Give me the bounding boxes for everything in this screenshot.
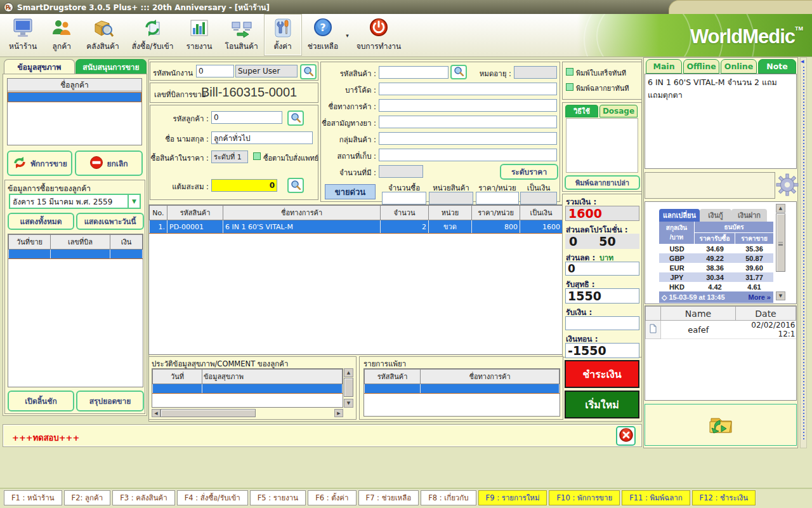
tab-main[interactable]: Main [646, 59, 682, 74]
pay-button[interactable]: ชำระเงิน [565, 360, 639, 388]
comment-selected-row[interactable] [153, 384, 343, 394]
sales-summary-button[interactable]: สรุปยอดขาย [76, 391, 144, 411]
print-drug-label-checkbox[interactable] [566, 83, 573, 91]
customer-list-selected-row[interactable] [8, 92, 141, 102]
toolbar-button-transfer[interactable]: โอนสินค้า [219, 15, 265, 55]
cancel-sale-button[interactable]: ยกเลิก [75, 150, 143, 176]
items-col-header[interactable]: จำนวน [381, 206, 429, 220]
prescription-checkbox[interactable] [253, 152, 261, 160]
fkey-f4[interactable]: F4 : สั่งซื้อ/รับเข้า [177, 490, 248, 505]
tab-note[interactable]: Note [758, 59, 796, 74]
allergy-table[interactable]: รหัสสินค้า ชื่อทางการค้า [363, 368, 560, 417]
toolbar-button-settings[interactable]: ตั้งค่า [265, 15, 301, 55]
points-search-button[interactable] [287, 178, 304, 193]
toolbar-button-help[interactable]: ? ช่วยเหลือ [301, 15, 345, 55]
employee-search-button[interactable] [300, 64, 317, 79]
history-selected-row[interactable] [9, 250, 143, 259]
tab-deposit[interactable]: เงินฝาก [731, 209, 767, 222]
items-col-header[interactable]: No. [150, 206, 167, 220]
fkey-f7[interactable]: F7 : ช่วยเหลือ [358, 490, 419, 505]
files-col-header[interactable]: Name [661, 307, 736, 321]
fkey-f8[interactable]: F8 : เกี่ยวกับ [421, 490, 476, 505]
note-text-area[interactable]: 6 IN 1 60'S VITAL-M จำนวน 2 แถม แถมตุกตา [645, 74, 797, 169]
items-col-header[interactable]: ราคา/หน่วย [472, 206, 520, 220]
tab-online[interactable]: Online [721, 59, 757, 74]
comment-hscroll-thumb[interactable] [160, 409, 256, 417]
panel-splitter[interactable]: ◀ [800, 57, 807, 448]
hold-sale-button[interactable]: พักการขาย [7, 150, 72, 176]
allergy-col-header[interactable]: ชื่อทางการค้า [421, 370, 560, 384]
qty-input[interactable] [382, 192, 426, 204]
toolbar-button-inventory[interactable]: คลังสินค้า [80, 15, 126, 55]
tab-sales-support[interactable]: สนับสนุนการขาย [75, 59, 147, 74]
fkey-f2[interactable]: F2: ลูกค้า [64, 490, 111, 505]
allergy-selected-row[interactable] [365, 384, 560, 394]
fkey-f3[interactable]: F3 : คลังสินค้า [112, 490, 175, 505]
close-status-button[interactable] [616, 426, 636, 446]
show-all-button[interactable]: แสดงทั้งหมด [8, 213, 74, 230]
customer-name-input[interactable]: ลูกค้าทั่วไป [211, 131, 313, 144]
open-drawer-button[interactable]: เปิดลิ้นชัก [8, 391, 74, 411]
tab-health-info[interactable]: ข้อมูลสุขภาพ [4, 59, 75, 74]
items-col-header[interactable]: หน่วย [429, 206, 472, 220]
file-row[interactable]: eafef 02/02/2016 12:1 [646, 321, 796, 339]
unit-price-input[interactable] [476, 192, 519, 204]
restart-button[interactable]: เริ่มใหม่ [565, 391, 639, 418]
fkey-f12[interactable]: F12 : ชำระเงิน [692, 490, 756, 505]
show-today-button[interactable]: แสดงเฉพาะวันนี้ [76, 213, 144, 230]
tab-exchange[interactable]: แลกเปลี่ยน [659, 209, 700, 222]
note-settings-button[interactable] [775, 173, 799, 198]
print-receipt-checkbox[interactable] [566, 68, 573, 76]
tab-dosage[interactable]: Dosage [599, 105, 638, 117]
trade-name-input[interactable] [379, 99, 557, 112]
history-table[interactable]: วันที่ขาย เลขที่บิล เงิน [8, 234, 143, 387]
print-blank-label-button[interactable]: พิมพ์ฉลากยาเปล่า [565, 175, 640, 190]
items-col-header[interactable]: รหัสสินค้า [167, 206, 223, 220]
generic-name-input[interactable] [379, 116, 557, 128]
product-search-button[interactable] [450, 65, 467, 79]
tab-usage[interactable]: วิธีใช้ [565, 105, 598, 117]
sale-item-row[interactable]: 1. PD-00001 6 IN 1 60'S VITAL-M 2 ขวด 80… [150, 220, 563, 234]
toolbar-button-exit[interactable]: จบการทำงาน [350, 15, 408, 55]
customer-list[interactable]: ชื่อลูกค้า [7, 78, 142, 145]
tab-loan[interactable]: เงินกู้ [700, 209, 731, 222]
allergy-col-header[interactable]: รหัสสินค้า [365, 370, 421, 384]
received-input[interactable] [565, 316, 639, 330]
comment-col-header[interactable]: ข้อมูลสุขภาพ [202, 370, 343, 384]
open-folder-button[interactable] [645, 404, 797, 446]
comment-scroll-right[interactable]: ▶ [334, 409, 343, 417]
history-col-header[interactable]: เงิน [110, 235, 143, 250]
files-col-header[interactable]: Date [736, 307, 796, 321]
toolbar-button-storefront[interactable]: หน้าร้าน [3, 15, 43, 55]
history-col-header[interactable]: วันที่ขาย [9, 235, 51, 250]
comment-scroll-down[interactable]: ▼ [344, 399, 353, 408]
currency-scroll-up[interactable]: ▲ [776, 204, 785, 213]
comment-scroll-up[interactable]: ▲ [344, 368, 353, 377]
customer-search-button[interactable] [287, 110, 304, 126]
product-group-input[interactable] [379, 132, 557, 145]
items-col-header[interactable]: เป็นเงิน [520, 206, 563, 220]
splitter-collapse-icon[interactable]: ◀ [801, 59, 804, 64]
comment-col-header[interactable]: วันที่ [153, 370, 202, 384]
fkey-f6[interactable]: F6 : ตั้งค่า [308, 490, 356, 505]
fkey-f10[interactable]: F10 : พักการขาย [549, 490, 620, 505]
currency-more-link[interactable]: More » [749, 293, 771, 301]
customer-code-input[interactable]: 0 [211, 111, 282, 124]
currency-scroll-down[interactable]: ▼ [776, 291, 785, 300]
discount-input[interactable]: 0 [565, 262, 639, 276]
barcode-input[interactable] [379, 83, 557, 95]
quick-sale-button[interactable]: ขายด่วน [325, 184, 376, 199]
fkey-f9[interactable]: F9 : รายการใหม่ [478, 490, 547, 505]
currency-scroll-thumb[interactable] [776, 213, 785, 272]
sale-items-table[interactable]: No. รหัสสินค้า ชื่อทางการค้า จำนวน หน่วย… [148, 204, 563, 355]
date-combobox[interactable]: อังคาร 15 มีนาคม พ.ศ. 2559 ▼ [9, 194, 141, 209]
toolbar-button-customers[interactable]: ลูกค้า [43, 15, 80, 55]
items-col-header[interactable]: ชื่อทางการค้า [223, 206, 381, 220]
history-col-header[interactable]: เลขที่บิล [51, 235, 110, 250]
fkey-f5[interactable]: F5 : รายงาน [250, 490, 306, 505]
usage-text-area[interactable] [566, 118, 638, 173]
comment-table[interactable]: วันที่ ข้อมูลสุขภาพ [152, 368, 343, 408]
employee-code-input[interactable]: 0 [196, 65, 234, 77]
quick-note-field[interactable] [645, 172, 775, 199]
help-dropdown-caret[interactable]: ▾ [346, 32, 349, 39]
